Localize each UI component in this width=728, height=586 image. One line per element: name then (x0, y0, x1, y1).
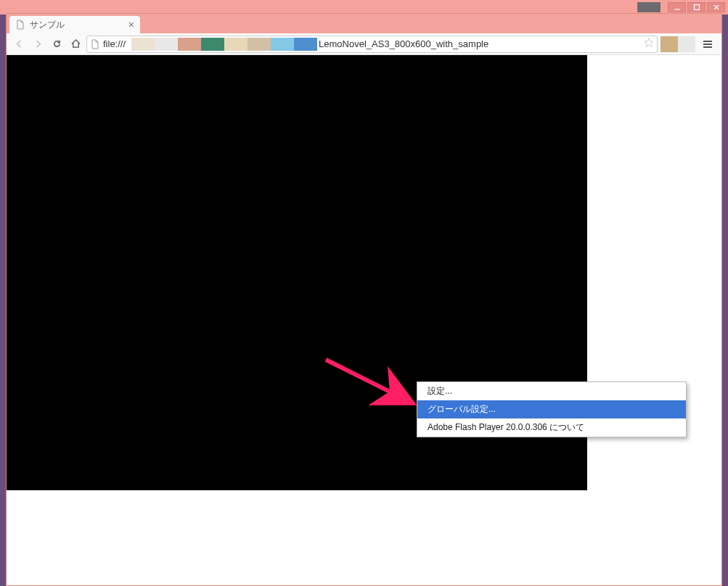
page-icon (90, 39, 100, 49)
bookmark-star-icon[interactable] (644, 38, 654, 51)
home-button[interactable] (68, 36, 83, 52)
tab-title: サンプル (30, 19, 65, 31)
swatch (224, 38, 248, 51)
maximize-button[interactable] (687, 2, 705, 12)
context-menu-item[interactable]: Adobe Flash Player 20.0.0.306 について (417, 418, 686, 437)
flash-context-menu: 設定...グローバル設定...Adobe Flash Player 20.0.0… (417, 381, 687, 437)
swatch (178, 38, 201, 51)
titlebar-placeholder (637, 2, 660, 12)
minimize-button[interactable] (668, 2, 686, 12)
swatch (201, 38, 224, 51)
swatch (131, 38, 155, 51)
tab-close-icon[interactable]: × (128, 19, 134, 30)
svg-rect-5 (703, 44, 712, 45)
back-button[interactable] (11, 36, 27, 52)
svg-rect-1 (694, 5, 699, 10)
chrome-menu-button[interactable] (698, 36, 717, 53)
forward-button[interactable] (30, 36, 46, 52)
tab-active[interactable]: サンプル × (9, 16, 140, 33)
tab-strip: サンプル × (7, 14, 721, 33)
swatch (155, 38, 178, 51)
svg-rect-4 (703, 41, 712, 42)
swatch (271, 38, 294, 51)
reload-button[interactable] (49, 36, 65, 52)
context-menu-item[interactable]: グローバル設定... (417, 400, 686, 418)
svg-rect-6 (703, 46, 712, 48)
color-swatches (131, 38, 317, 51)
omnibox[interactable]: file:/// LemoNovel_AS3_800x600_with_samp… (86, 36, 658, 53)
os-titlebar (0, 0, 728, 15)
close-button[interactable] (707, 2, 725, 12)
page-icon (15, 20, 25, 30)
context-menu-item[interactable]: 設定... (417, 382, 686, 400)
extension-icon[interactable] (678, 36, 695, 52)
browser-window: サンプル × file:/// LemoNovel_AS3_800x600_wi… (6, 13, 722, 586)
swatch (248, 38, 271, 51)
page-content: 設定...グローバル設定...Adobe Flash Player 20.0.0… (7, 55, 721, 585)
extension-icon[interactable] (660, 36, 678, 52)
address-bar: file:/// LemoNovel_AS3_800x600_with_samp… (7, 33, 721, 55)
url-text: file:/// LemoNovel_AS3_800x600_with_samp… (103, 38, 488, 51)
swatch (294, 38, 317, 51)
extension-box[interactable] (660, 36, 695, 52)
